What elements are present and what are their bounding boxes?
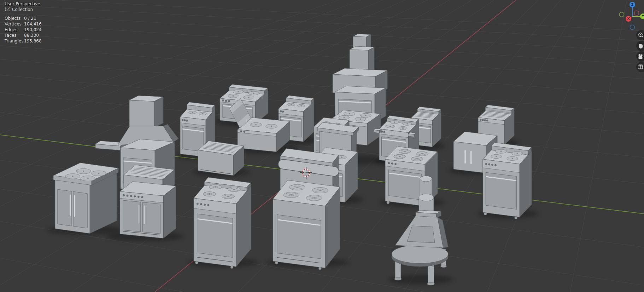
toggle-perspective-button[interactable]: [636, 62, 644, 72]
svg-text:X: X: [627, 17, 630, 21]
stat-value: 0 / 21: [24, 16, 36, 21]
camera-view-button[interactable]: [636, 51, 644, 62]
stat-row: Triangles195,868: [5, 38, 42, 44]
stat-label: Objects: [5, 16, 24, 21]
gizmo-axis-z[interactable]: Z: [630, 2, 635, 7]
stat-label: Triangles: [5, 38, 24, 44]
gizmo-axis-y[interactable]: Y: [640, 13, 644, 19]
pan-button[interactable]: [636, 41, 644, 51]
magnifier-plus-icon: [638, 32, 644, 38]
stat-label: Edges: [5, 27, 24, 33]
griddle-counter-mid[interactable]: [198, 141, 244, 176]
stat-value: 88,330: [24, 33, 39, 38]
collection-label: (2) Collection: [5, 7, 42, 12]
zoom-button[interactable]: [636, 30, 644, 40]
stat-row: Objects0 / 21: [5, 16, 42, 21]
island-cooktop-cabinet[interactable]: [53, 163, 118, 234]
navigation-gizmo[interactable]: ZYX: [615, 0, 644, 32]
stove-front-left[interactable]: [194, 177, 251, 269]
stat-label: Faces: [5, 33, 24, 38]
svg-text:Z: Z: [631, 3, 634, 6]
stove-front-far-right[interactable]: [483, 143, 532, 219]
gizmo-axis-neg-y[interactable]: [620, 12, 624, 17]
stat-value: 190,024: [24, 27, 42, 33]
stat-label: Vertices: [5, 21, 24, 27]
stove-front-center[interactable]: [273, 148, 340, 270]
hand-icon: [638, 43, 644, 49]
grid-icon: [638, 64, 644, 70]
svg-text:Y: Y: [642, 15, 644, 18]
stat-value: 195,868: [24, 38, 42, 44]
stats-overlay: Objects0 / 21Vertices104,416Edges190,024…: [5, 16, 42, 44]
gizmo-axis-neg-x[interactable]: [634, 11, 639, 16]
gizmo-axis-neg-z[interactable]: [630, 25, 635, 30]
stat-row: Faces88,330: [5, 33, 42, 38]
stat-row: Edges190,024: [5, 27, 42, 33]
view-perspective-label: User Perspective: [5, 1, 42, 7]
gizmo-axis-x[interactable]: X: [626, 16, 631, 22]
scene-canvas: [0, 0, 644, 292]
stat-value: 104,416: [24, 21, 42, 27]
stat-row: Vertices104,416: [5, 21, 42, 27]
viewport-3d[interactable]: User Perspective (2) Collection Objects0…: [0, 0, 644, 292]
camera-icon: [638, 53, 644, 59]
viewport-overlay: User Perspective (2) Collection Objects0…: [5, 1, 42, 44]
